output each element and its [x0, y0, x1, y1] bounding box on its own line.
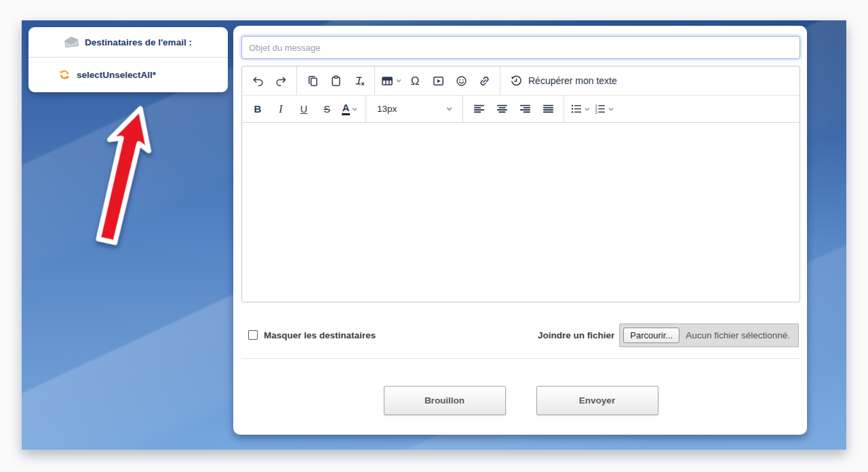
recover-text-button[interactable]: Récupérer mon texte: [505, 66, 623, 95]
copy-icon: [307, 75, 319, 87]
file-input-control[interactable]: Parcourir... Aucun fichier sélectionné.: [619, 323, 799, 347]
editor-toolbar-row-2: B I U S A 13px: [242, 96, 800, 123]
insert-table-button[interactable]: [379, 66, 403, 95]
numbered-list-button[interactable]: 1 2 3: [592, 96, 616, 122]
history-icon: [510, 75, 523, 87]
toolbar-separator: [500, 66, 500, 95]
table-icon: [380, 74, 394, 87]
underline-icon: U: [300, 104, 307, 115]
media-icon: [432, 75, 445, 87]
actions-row: Brouillon Envoyer: [241, 386, 800, 415]
insert-media-button[interactable]: [427, 66, 450, 95]
recipients-card: Destinataires de l'email : selectUnselec…: [28, 27, 228, 92]
font-size-dropdown[interactable]: 13px: [370, 96, 458, 122]
toolbar-separator: [462, 96, 463, 122]
editor-toolbar-row-1: Ω: [242, 66, 800, 96]
message-body-editor[interactable]: [242, 123, 800, 302]
bold-button[interactable]: B: [246, 96, 269, 122]
remove-format-icon: [353, 75, 366, 87]
chevron-down-icon: [608, 106, 614, 113]
italic-icon: I: [279, 103, 282, 115]
red-annotation-arrow: [56, 100, 184, 270]
send-button[interactable]: Envoyer: [536, 386, 658, 415]
align-justify-icon: [542, 102, 555, 115]
toolbar-separator: [296, 66, 297, 95]
emoji-button[interactable]: [450, 66, 473, 95]
chevron-down-icon: [351, 106, 358, 113]
attach-file-option: Joindre un fichier Parcourir... Aucun fi…: [538, 323, 799, 347]
strikethrough-button[interactable]: S: [315, 96, 338, 122]
align-justify-button[interactable]: [536, 96, 559, 122]
toolbar-separator: [374, 66, 375, 95]
bulleted-list-icon: [570, 102, 583, 115]
link-button[interactable]: [473, 66, 496, 95]
recipients-title: Destinataires de l'email :: [85, 37, 192, 47]
attach-file-label: Joindre un fichier: [538, 330, 614, 340]
options-row: Masquer les destinataires Joindre un fic…: [241, 323, 800, 347]
footer-divider: [241, 358, 800, 359]
align-left-button[interactable]: [467, 96, 490, 122]
chevron-down-icon: [584, 106, 591, 113]
file-status-text: Aucun fichier sélectionné.: [686, 330, 790, 340]
hide-recipients-option: Masquer les destinataires: [248, 330, 376, 340]
recipients-card-header: Destinataires de l'email :: [28, 27, 228, 58]
emoji-icon: [455, 75, 468, 87]
chevron-down-icon: [446, 105, 453, 113]
font-size-value: 13px: [377, 104, 397, 114]
font-color-button[interactable]: A: [338, 96, 361, 122]
undo-icon: [252, 75, 264, 87]
recover-text-label: Récupérer mon texte: [528, 75, 617, 86]
italic-button[interactable]: I: [269, 96, 292, 122]
link-icon: [478, 75, 491, 87]
omega-icon: Ω: [411, 75, 420, 87]
browse-button[interactable]: Parcourir...: [623, 328, 679, 343]
subject-input[interactable]: [241, 36, 800, 59]
undo-button[interactable]: [246, 66, 269, 95]
font-color-icon: A: [342, 103, 350, 115]
toolbar-separator: [366, 96, 366, 122]
hide-recipients-label: Masquer les destinataires: [264, 330, 376, 340]
align-left-icon: [473, 102, 486, 115]
align-right-icon: [519, 102, 532, 115]
draft-button[interactable]: Brouillon: [384, 386, 506, 415]
align-center-button[interactable]: [490, 96, 513, 122]
underline-button[interactable]: U: [292, 96, 315, 122]
remove-format-button[interactable]: [347, 66, 370, 95]
hide-recipients-checkbox[interactable]: [248, 330, 258, 340]
compose-panel: Ω: [233, 26, 807, 435]
numbered-list-icon: 1 2 3: [593, 102, 606, 115]
paste-button[interactable]: [324, 66, 347, 95]
align-center-icon: [496, 102, 509, 115]
align-right-button[interactable]: [513, 96, 536, 122]
strikethrough-icon: S: [323, 104, 330, 115]
select-unselect-all-link[interactable]: selectUnselectAll*: [28, 58, 228, 92]
copy-button[interactable]: [301, 66, 324, 95]
desktop-wallpaper: Destinataires de l'email : selectUnselec…: [22, 20, 846, 450]
refresh-icon: [58, 68, 71, 81]
bold-icon: B: [254, 103, 262, 115]
special-characters-button[interactable]: Ω: [403, 66, 427, 95]
select-unselect-all-label: selectUnselectAll*: [77, 70, 156, 80]
envelope-icon: [64, 36, 79, 48]
redo-button[interactable]: [269, 66, 292, 95]
paste-icon: [330, 75, 342, 87]
bulleted-list-button[interactable]: [568, 96, 592, 122]
svg-text:3: 3: [595, 111, 597, 115]
toolbar-separator: [564, 96, 564, 122]
redo-icon: [275, 75, 288, 87]
chevron-down-icon: [395, 77, 402, 84]
rich-text-editor: Ω: [241, 66, 800, 302]
